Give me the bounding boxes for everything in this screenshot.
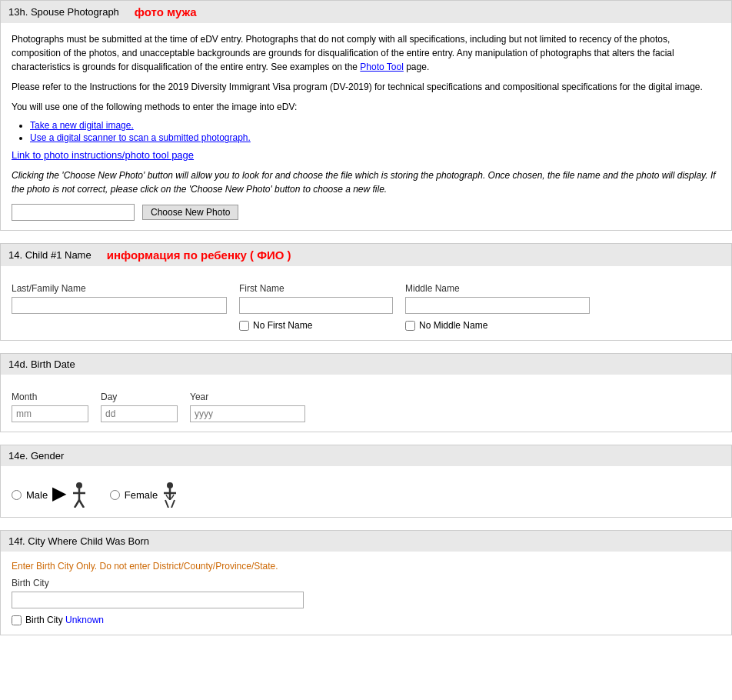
svg-point-0 [76,482,82,488]
birth-city-unknown-row: Birth City Unknown [12,615,720,625]
section-14f: 14f. City Where Child Was Born Enter Bir… [0,530,732,635]
last-name-label: Last/Family Name [12,283,227,294]
section-14-annotation: информация по ребенку ( ФИО ) [107,248,291,262]
photo-instructions-link[interactable]: Link to photo instructions/photo tool pa… [12,149,194,161]
year-label: Year [190,392,305,402]
photo-italic-instructions: Clicking the 'Choose New Photo' button w… [12,168,720,196]
choose-photo-button[interactable]: Choose New Photo [142,205,238,220]
section-14e-body: Male ▶ Female [1,466,731,517]
female-option: Female [110,482,178,508]
photo-tool-link[interactable]: Photo Tool [360,62,404,72]
section-13h-header: 13h. Spouse Photograph фото мужа [1,1,731,23]
svg-line-3 [75,500,79,508]
photo-upload-row: Choose New Photo [12,204,720,221]
photo-bullet-list: Take a new digital image. Use a digital … [30,120,720,143]
take-photo-link[interactable]: Take a new digital image. [30,120,134,131]
no-first-name-checkbox[interactable] [239,321,249,331]
female-radio[interactable] [110,490,120,500]
section-14d-body: Month Day Year [1,375,731,432]
middle-name-input[interactable] [405,297,590,314]
no-first-name-label: No First Name [253,320,312,331]
svg-line-8 [165,500,168,508]
month-input[interactable] [12,405,88,422]
section-14-body: Last/Family Name First Name No First Nam… [1,266,731,340]
month-group: Month [12,392,88,422]
bullet-item-1: Take a new digital image. [30,120,720,131]
first-name-input[interactable] [239,297,393,314]
section-14-label: 14. Child #1 Name [8,249,92,261]
section-14d-header: 14d. Birth Date [1,354,731,375]
section-14e: 14e. Gender Male ▶ [0,445,732,518]
section-14f-label: 14f. City Where Child Was Born [8,535,149,547]
male-icon: ▶ [52,482,87,508]
section-14: 14. Child #1 Name информация по ребенку … [0,243,732,341]
year-input[interactable] [190,405,305,422]
birth-city-unknown-checkbox[interactable] [12,615,22,625]
section-14e-label: 14e. Gender [8,450,64,462]
birth-city-input[interactable] [12,592,304,608]
last-name-input[interactable] [12,297,227,314]
unknown-link: Unknown [65,615,104,625]
day-label: Day [101,392,178,402]
birth-city-group: Birth City [12,578,720,608]
section-14d-label: 14d. Birth Date [8,358,75,370]
photo-link-line: Link to photo instructions/photo tool pa… [12,149,720,161]
no-middle-name-label: No Middle Name [419,320,487,331]
section-14e-header: 14e. Gender [1,445,731,466]
svg-line-4 [79,500,84,508]
section-13h-body: Photographs must be submitted at the tim… [1,23,731,230]
section-13h-annotation: фото мужа [135,5,197,18]
day-group: Day [101,392,178,422]
last-name-group: Last/Family Name [12,283,227,331]
photo-info-para3: You will use one of the following method… [12,100,720,114]
male-radio[interactable] [12,490,22,500]
middle-name-label: Middle Name [405,283,590,294]
female-label: Female [125,489,158,501]
photo-filename-box [12,204,135,221]
scan-link[interactable]: Use a digital scanner to scan a submitte… [30,132,251,143]
no-first-name-row: No First Name [239,320,393,331]
male-option: Male ▶ [12,482,87,508]
section-14d: 14d. Birth Date Month Day Year [0,353,732,432]
name-fields-row: Last/Family Name First Name No First Nam… [12,283,720,331]
day-input[interactable] [101,405,178,422]
birth-date-row: Month Day Year [12,392,720,422]
year-group: Year [190,392,305,422]
section-13h-label: 13h. Spouse Photograph [8,6,119,18]
photo-info-para1: Photographs must be submitted at the tim… [12,32,720,74]
female-icon [162,482,178,508]
month-label: Month [12,392,88,402]
middle-name-group: Middle Name No Middle Name [405,283,590,331]
birth-city-unknown-label: Birth City Unknown [25,615,104,625]
section-13h: 13h. Spouse Photograph фото мужа Photogr… [0,0,732,231]
birth-city-label: Birth City [12,578,720,588]
first-name-label: First Name [239,283,393,294]
section-14-header: 14. Child #1 Name информация по ребенку … [1,244,731,266]
bullet-item-2: Use a digital scanner to scan a submitte… [30,132,720,143]
section-14f-body: Enter Birth City Only. Do not enter Dist… [1,552,731,635]
photo-info-para2: Please refer to the Instructions for the… [12,80,720,94]
no-middle-name-row: No Middle Name [405,320,590,331]
no-middle-name-checkbox[interactable] [405,321,415,331]
svg-point-5 [167,482,173,488]
section-14f-header: 14f. City Where Child Was Born [1,531,731,552]
male-label: Male [26,489,48,501]
birth-city-instruction: Enter Birth City Only. Do not enter Dist… [12,561,720,572]
svg-line-9 [171,500,175,508]
gender-options-row: Male ▶ Female [12,482,720,508]
first-name-group: First Name No First Name [239,283,393,331]
